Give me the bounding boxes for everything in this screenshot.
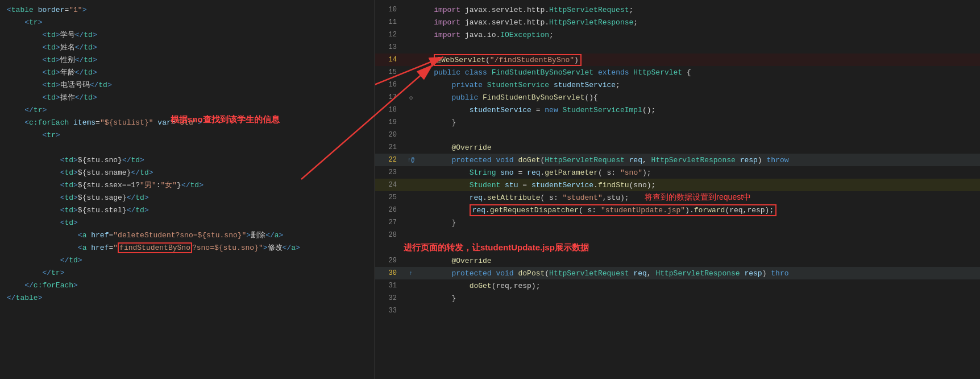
code-line: <td>姓名</td> [2, 41, 370, 53]
code-line [2, 141, 370, 154]
code-line-23: 23 String sno = req.getParameter( s: "sn… [375, 166, 980, 179]
code-line: <table border="1"> [2, 3, 370, 16]
code-line-10: 10 import javax.servlet.http.HttpServlet… [375, 3, 980, 16]
code-line: <td>操作</td> [2, 91, 370, 104]
code-line: <td>${stu.sno}</td> [2, 154, 370, 166]
code-line-12: 12 import java.io.IOException; [375, 28, 980, 41]
code-line: </tr> [2, 266, 370, 279]
code-line: <td>${stu.sname}</td> [2, 166, 370, 179]
code-line-20: 20 [375, 129, 980, 141]
code-line: <a href="deleteStudent?sno=${stu.sno}">删… [2, 229, 370, 241]
code-line: </table> [2, 291, 370, 304]
code-line-28: 28 [375, 229, 980, 241]
code-line: <td>${stu.ssex==1?"男":"女"}</td> [2, 179, 370, 191]
code-line: <td>年龄</td> [2, 66, 370, 79]
code-line-27: 27 } [375, 216, 980, 229]
code-line: </c:forEach> [2, 279, 370, 291]
code-line-11: 11 import javax.servlet.http.HttpServlet… [375, 16, 980, 28]
code-line-22: 22 ↑@ protected void doGet(HttpServletRe… [375, 154, 980, 166]
code-line: <td>${stu.sage}</td> [2, 191, 370, 204]
code-line-21: 21 @Override [375, 141, 980, 154]
code-line-findstudent: <a href="findStudentBySno?sno=${stu.sno}… [2, 241, 370, 254]
code-line-16: 16 private StudentService studentService… [375, 79, 980, 91]
code-line: </td> [2, 254, 370, 266]
annotation-find: 根据sno查找到该学生的信息 [171, 114, 280, 125]
annotation-forward: 进行页面的转发，让studentUpdate.jsp展示数据 [375, 241, 980, 254]
code-line: <td>性别</td> [2, 53, 370, 66]
code-line-32: 32 } [375, 292, 980, 304]
right-panel: 10 import javax.servlet.http.HttpServlet… [375, 0, 980, 379]
code-line-24: 24 Student stu = studentService.findStu(… [375, 179, 980, 191]
code-line: <td> [2, 216, 370, 229]
code-line-18: 18 studentService = new StudentServiceIm… [375, 104, 980, 116]
code-line-33: 33 [375, 304, 980, 317]
code-line-17: 17 ◇ public FindStudentBySnoServlet(){ [375, 91, 980, 104]
code-line-19: 19 } [375, 116, 980, 129]
code-line-31: 31 doGet(req,resp); [375, 279, 980, 292]
code-line: <tr> [2, 16, 370, 28]
code-line-26: 26 req.getRequestDispatcher( s: "student… [375, 204, 980, 216]
code-line-15: 15 public class FindStudentBySnoServlet … [375, 66, 980, 79]
code-line-14: 14 @WebServlet("/findStudentBySno") [375, 53, 980, 66]
annotation-setAttribute: 将查到的数据设置到request中 [645, 192, 751, 201]
left-panel: <table border="1"> <tr> <td>学号</td> <td>… [0, 0, 375, 379]
code-line-13: 13 [375, 41, 980, 53]
code-line-29: 29 @Override [375, 254, 980, 267]
code-line-25: 25 req.setAttribute( s: "student",stu); … [375, 191, 980, 204]
code-line-30: 30 ↑ protected void doPost(HttpServletRe… [375, 267, 980, 279]
code-line: <td>${stu.stel}</td> [2, 204, 370, 216]
code-line: <td>电话号码</td> [2, 79, 370, 91]
code-line: <tr> [2, 129, 370, 141]
code-line: <td>学号</td> [2, 28, 370, 41]
